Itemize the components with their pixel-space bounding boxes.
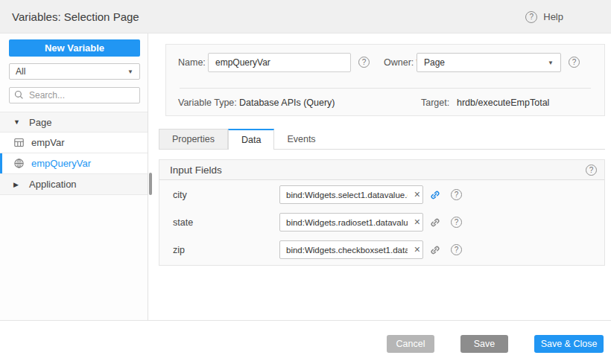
query-variable-icon — [13, 158, 25, 169]
clear-icon[interactable]: × — [414, 240, 420, 259]
field-help-icon[interactable]: ? — [451, 189, 462, 200]
input-fields-help-icon[interactable]: ? — [586, 165, 597, 176]
chevron-down-icon: ▼ — [127, 68, 133, 75]
save-button[interactable]: Save — [460, 335, 508, 353]
clear-icon[interactable]: × — [414, 185, 420, 204]
input-fields-header: Input Fields ? — [159, 160, 604, 180]
tree-group-label: Application — [29, 179, 77, 190]
field-label: zip — [173, 240, 185, 260]
field-label: state — [173, 213, 193, 232]
input-fields-title: Input Fields — [170, 160, 222, 180]
name-help-icon[interactable]: ? — [358, 57, 370, 68]
field-row-state: state × ? — [159, 213, 604, 232]
variable-type-label: Variable Type: — [178, 95, 237, 110]
variable-filter-value: All — [16, 66, 25, 77]
chevron-down-icon: ▼ — [548, 60, 554, 66]
name-label: Name:* — [178, 53, 212, 72]
bind-input-wrapper: × — [279, 240, 423, 259]
sidebar-scrollbar-thumb[interactable] — [149, 173, 152, 195]
tree-item-empvar[interactable]: empVar — [0, 132, 148, 153]
tree-group-application[interactable]: ▶ Application — [0, 174, 148, 195]
owner-label: Owner:* — [384, 53, 420, 72]
variable-type-value: Database APIs (Query) — [239, 95, 335, 110]
panel-divider — [180, 88, 591, 89]
caret-right-icon: ▶ — [13, 181, 22, 188]
tab-bar: Properties Data Events — [159, 130, 605, 150]
state-bind-input[interactable] — [279, 213, 423, 232]
tab-properties[interactable]: Properties — [159, 129, 228, 149]
owner-help-icon[interactable]: ? — [569, 57, 580, 68]
owner-select-value: Page — [424, 57, 445, 68]
owner-select[interactable]: Page ▼ — [417, 53, 561, 72]
search-icon — [14, 90, 25, 101]
variable-search[interactable] — [9, 87, 140, 103]
tree-group-label: Page — [29, 117, 51, 128]
zip-bind-input[interactable] — [279, 240, 423, 259]
tree-item-empqueryvar[interactable]: empQueryVar — [0, 153, 148, 174]
field-row-city: city × ? — [159, 185, 604, 205]
variables-tree: ▼ Page empVar empQueryVar ▶ Application — [0, 112, 148, 195]
tree-item-label: empQueryVar — [31, 158, 91, 169]
search-input[interactable] — [29, 90, 126, 100]
bind-input-wrapper: × — [279, 213, 423, 232]
help-label: Help — [543, 11, 563, 22]
save-and-close-button[interactable]: Save & Close — [534, 335, 604, 353]
cancel-button[interactable]: Cancel — [387, 335, 434, 353]
database-variable-icon — [13, 137, 25, 148]
new-variable-button[interactable]: New Variable — [9, 39, 140, 57]
variables-dialog: Variables: Selection Page ? Help New Var… — [0, 0, 611, 364]
city-bind-input[interactable] — [279, 185, 423, 204]
tree-item-label: empVar — [31, 137, 65, 148]
tree-group-page[interactable]: ▼ Page — [0, 112, 148, 132]
field-help-icon[interactable]: ? — [451, 244, 462, 255]
page-title: Variables: Selection Page — [12, 0, 139, 33]
bind-input-wrapper: × — [279, 185, 423, 204]
target-label: Target: — [421, 95, 449, 110]
variable-summary-panel: Name:* ? Owner:* Page ▼ ? Variable Type:… — [165, 44, 605, 116]
field-help-icon[interactable]: ? — [451, 217, 462, 228]
dialog-footer: Cancel Save Save & Close — [0, 320, 611, 364]
caret-down-icon: ▼ — [13, 118, 22, 126]
clear-icon[interactable]: × — [414, 213, 420, 232]
bind-link-icon[interactable] — [429, 217, 441, 229]
help-circle-icon: ? — [525, 11, 537, 23]
tab-events[interactable]: Events — [274, 129, 328, 149]
tab-data[interactable]: Data — [228, 129, 274, 150]
dialog-header: Variables: Selection Page ? Help — [0, 0, 611, 33]
variable-filter-select[interactable]: All ▼ — [9, 63, 140, 80]
target-value: hrdb/executeEmpTotal — [457, 95, 549, 110]
bind-link-icon[interactable] — [429, 244, 441, 256]
variable-name-input[interactable] — [208, 53, 351, 72]
field-row-zip: zip × ? — [159, 240, 604, 260]
variables-sidebar: New Variable All ▼ ▼ Page empVar — [0, 33, 148, 320]
field-label: city — [173, 185, 187, 205]
help-link[interactable]: ? Help — [525, 0, 563, 33]
input-fields-panel: Input Fields ? city × ? state × ? — [159, 159, 605, 266]
bind-link-icon[interactable] — [429, 189, 441, 201]
